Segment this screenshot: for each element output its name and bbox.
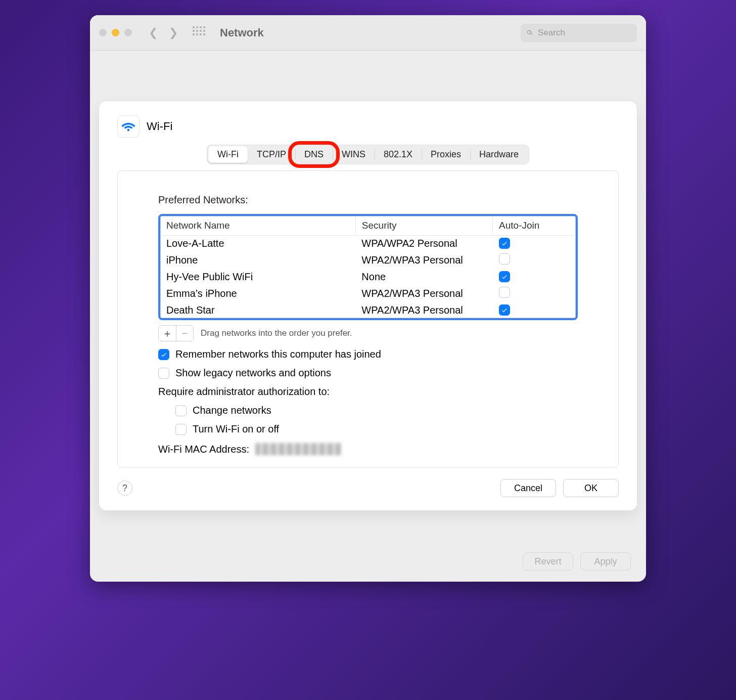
table-row[interactable]: iPhoneWPA2/WPA3 Personal	[160, 251, 576, 269]
sheet-title: Wi-Fi	[147, 120, 172, 133]
change-networks-label: Change networks	[193, 405, 271, 416]
preferred-networks-table[interactable]: Network Name Security Auto-Join Love-A-L…	[158, 214, 578, 320]
legacy-networks-checkbox[interactable]	[158, 368, 169, 379]
network-security-cell: WPA2/WPA3 Personal	[355, 302, 492, 318]
auto-join-checkbox[interactable]	[499, 304, 510, 316]
change-networks-option[interactable]: Change networks	[175, 405, 578, 416]
search-icon	[526, 29, 534, 37]
close-window-button[interactable]	[99, 29, 107, 36]
auto-join-checkbox[interactable]	[499, 238, 510, 249]
legacy-networks-label: Show legacy networks and options	[175, 367, 331, 379]
network-name-cell: iPhone	[160, 251, 355, 269]
tab-dns[interactable]: DNS	[295, 146, 333, 163]
tab-8021x[interactable]: 802.1X	[375, 146, 422, 163]
minimize-window-button[interactable]	[112, 29, 119, 36]
turn-wifi-label: Turn Wi-Fi on or off	[193, 423, 279, 435]
column-header-security[interactable]: Security	[355, 216, 492, 236]
network-security-cell: WPA2/WPA3 Personal	[355, 251, 492, 269]
network-security-cell: WPA/WPA2 Personal	[355, 236, 492, 252]
search-input[interactable]: Search	[521, 24, 637, 42]
window-footer: Revert Apply	[523, 552, 631, 571]
window-title: Network	[220, 26, 264, 39]
network-security-cell: WPA2/WPA3 Personal	[355, 285, 492, 302]
mac-address-value-redacted	[255, 443, 341, 455]
forward-button[interactable]: ❯	[165, 26, 181, 39]
tab-tcpip[interactable]: TCP/IP	[248, 146, 295, 163]
network-name-cell: Love-A-Latte	[160, 236, 355, 252]
table-row[interactable]: Emma’s iPhoneWPA2/WPA3 Personal	[160, 285, 576, 302]
auto-join-checkbox[interactable]	[499, 253, 510, 265]
tab-wifi[interactable]: Wi-Fi	[208, 146, 248, 163]
table-row[interactable]: Hy-Vee Public WiFiNone	[160, 269, 576, 285]
remember-networks-checkbox[interactable]	[158, 349, 169, 360]
add-network-button[interactable]: ＋	[159, 326, 176, 341]
tab-proxies[interactable]: Proxies	[422, 146, 470, 163]
zoom-window-button[interactable]	[124, 29, 132, 36]
tab-content-panel: Preferred Networks: Network Name Securit…	[117, 170, 619, 468]
turn-wifi-option[interactable]: Turn Wi-Fi on or off	[175, 423, 578, 435]
show-all-icon[interactable]	[193, 26, 206, 39]
table-row[interactable]: Death StarWPA2/WPA3 Personal	[160, 302, 576, 318]
require-admin-label: Require administrator authorization to:	[158, 386, 578, 398]
remember-networks-option[interactable]: Remember networks this computer has join…	[158, 348, 578, 360]
legacy-networks-option[interactable]: Show legacy networks and options	[158, 367, 578, 379]
tab-hardware[interactable]: Hardware	[470, 146, 528, 163]
drag-hint-label: Drag networks into the order you prefer.	[201, 328, 352, 338]
revert-button[interactable]: Revert	[523, 552, 573, 571]
titlebar: ❮ ❯ Network Search	[90, 15, 646, 51]
change-networks-checkbox[interactable]	[175, 405, 187, 416]
window-controls	[99, 29, 132, 36]
search-placeholder: Search	[538, 28, 565, 38]
add-remove-controls: ＋ −	[158, 325, 194, 341]
network-name-cell: Death Star	[160, 302, 355, 318]
ok-button[interactable]: OK	[563, 479, 619, 497]
auto-join-checkbox[interactable]	[499, 287, 510, 298]
table-row[interactable]: Love-A-LatteWPA/WPA2 Personal	[160, 236, 576, 252]
wifi-settings-sheet: Wi-Fi Wi-Fi TCP/IP DNS WINS 802.1X Proxi…	[99, 101, 637, 510]
column-header-name[interactable]: Network Name	[160, 216, 355, 236]
back-button[interactable]: ❮	[145, 26, 161, 39]
tab-wins[interactable]: WINS	[333, 146, 375, 163]
system-preferences-window: ❮ ❯ Network Search Revert Apply	[90, 15, 646, 582]
wifi-icon	[117, 115, 140, 138]
turn-wifi-checkbox[interactable]	[175, 424, 187, 435]
auto-join-checkbox[interactable]	[499, 271, 510, 282]
tab-strip: Wi-Fi TCP/IP DNS WINS 802.1X Proxies Har…	[207, 145, 529, 164]
column-header-autojoin[interactable]: Auto-Join	[493, 216, 576, 236]
remember-networks-label: Remember networks this computer has join…	[175, 348, 381, 360]
network-name-cell: Emma’s iPhone	[160, 285, 355, 302]
network-security-cell: None	[355, 269, 492, 285]
mac-address-label: Wi-Fi MAC Address:	[158, 444, 249, 455]
network-name-cell: Hy-Vee Public WiFi	[160, 269, 355, 285]
preferred-networks-label: Preferred Networks:	[158, 194, 578, 206]
remove-network-button[interactable]: −	[176, 326, 193, 341]
apply-button[interactable]: Apply	[580, 552, 631, 571]
help-button[interactable]: ?	[117, 480, 132, 496]
cancel-button[interactable]: Cancel	[500, 479, 556, 497]
